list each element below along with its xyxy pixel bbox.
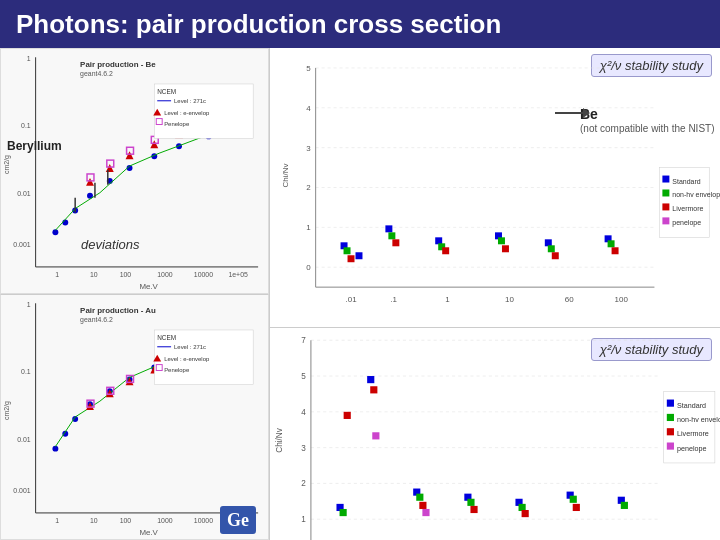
svg-text:10: 10: [90, 271, 98, 278]
svg-text:Standard: Standard: [672, 178, 700, 185]
svg-rect-182: [667, 428, 674, 435]
svg-text:100: 100: [615, 295, 629, 304]
svg-text:Me.V: Me.V: [139, 528, 158, 537]
svg-text:100: 100: [120, 271, 132, 278]
svg-text:non-hv envelop: non-hv envelop: [677, 416, 720, 424]
svg-text:4: 4: [306, 104, 311, 113]
svg-text:.1: .1: [390, 295, 397, 304]
svg-text:1: 1: [301, 515, 306, 524]
stability-chart-au: 7 5 4 3 2 1 .1 1 z 60 100 Chi/Nv: [270, 328, 720, 540]
svg-text:0.001: 0.001: [13, 241, 30, 248]
svg-text:1: 1: [27, 301, 31, 308]
label-deviations: deviations: [81, 237, 140, 252]
svg-text:penelope: penelope: [677, 445, 706, 453]
svg-rect-165: [467, 499, 474, 506]
svg-text:0.001: 0.001: [13, 487, 30, 494]
svg-text:5: 5: [306, 64, 311, 73]
svg-text:1: 1: [55, 271, 59, 278]
svg-rect-168: [621, 502, 628, 509]
svg-rect-184: [667, 442, 674, 449]
svg-rect-115: [344, 247, 351, 254]
svg-text:1e+05: 1e+05: [228, 271, 248, 278]
svg-text:3: 3: [306, 144, 311, 153]
svg-text:7: 7: [301, 336, 306, 345]
svg-text:10: 10: [505, 295, 514, 304]
right-panel: χ²/ν stability study Be (not compatible …: [270, 48, 720, 540]
svg-text:Pair production - Be: Pair production - Be: [80, 60, 156, 69]
svg-rect-174: [573, 504, 580, 511]
svg-rect-175: [372, 432, 379, 439]
svg-text:geant4.6.2: geant4.6.2: [80, 70, 113, 78]
svg-rect-164: [416, 494, 423, 501]
svg-rect-113: [545, 239, 552, 246]
label-beryllium: Beryllium: [7, 139, 62, 153]
svg-text:penelope: penelope: [672, 219, 701, 227]
svg-text:Level : 271c: Level : 271c: [174, 98, 206, 104]
svg-text:1: 1: [306, 223, 311, 232]
svg-rect-173: [522, 510, 529, 517]
svg-text:5: 5: [301, 372, 306, 381]
svg-rect-180: [667, 414, 674, 421]
svg-rect-170: [370, 386, 377, 393]
svg-text:Me.V: Me.V: [139, 282, 158, 291]
svg-text:0.1: 0.1: [21, 122, 31, 129]
svg-text:Level : e-envelop: Level : e-envelop: [164, 110, 210, 116]
svg-marker-187: [583, 108, 590, 118]
svg-text:Standard: Standard: [677, 402, 706, 410]
svg-rect-124: [502, 245, 509, 252]
svg-rect-178: [667, 400, 674, 407]
svg-text:60: 60: [565, 295, 574, 304]
svg-text:Chi/Nv: Chi/Nv: [281, 164, 290, 188]
svg-text:.01: .01: [346, 295, 358, 304]
svg-rect-176: [422, 509, 429, 516]
svg-text:10000: 10000: [194, 517, 213, 524]
svg-rect-167: [570, 496, 577, 503]
svg-rect-157: [367, 376, 374, 383]
svg-text:geant4.6.2: geant4.6.2: [80, 316, 113, 324]
svg-text:0.01: 0.01: [17, 436, 31, 443]
svg-text:Level : 271c: Level : 271c: [174, 344, 206, 350]
svg-text:100: 100: [120, 517, 132, 524]
svg-rect-116: [388, 232, 395, 239]
svg-rect-130: [662, 189, 669, 196]
svg-text:1000: 1000: [157, 271, 173, 278]
stability-chart-be: 5 4 3 2 1 0 .01 .1 1 10 60 100 Chi/Nv: [270, 48, 720, 328]
svg-text:3: 3: [301, 444, 306, 453]
svg-text:2: 2: [306, 183, 311, 192]
svg-text:10: 10: [90, 517, 98, 524]
svg-text:1000: 1000: [157, 517, 173, 524]
svg-text:non-hv envelop: non-hv envelop: [672, 191, 720, 199]
svg-text:10000: 10000: [194, 271, 213, 278]
plot-beryllium: 1 0.1 0.01 0.001 1 10 100 1000 10000 1e+…: [0, 48, 269, 294]
svg-rect-121: [348, 255, 355, 262]
left-panel: 1 0.1 0.01 0.001 1 10 100 1000 10000 1e+…: [0, 48, 270, 540]
svg-rect-132: [662, 203, 669, 210]
svg-text:0: 0: [306, 263, 311, 272]
svg-text:cm2/g: cm2/g: [3, 401, 11, 420]
svg-rect-166: [519, 504, 526, 511]
page-title: Photons: pair production cross section: [0, 0, 720, 48]
svg-rect-134: [662, 217, 669, 224]
svg-text:Penelope: Penelope: [164, 121, 190, 127]
svg-text:Pair production - Au: Pair production - Au: [80, 306, 156, 315]
svg-text:NCEM: NCEM: [157, 334, 176, 341]
svg-text:1: 1: [55, 517, 59, 524]
svg-text:Livermore: Livermore: [672, 205, 703, 212]
content-area: 1 0.1 0.01 0.001 1 10 100 1000 10000 1e+…: [0, 48, 720, 540]
svg-rect-171: [419, 502, 426, 509]
svg-rect-110: [385, 225, 392, 232]
svg-rect-118: [498, 237, 505, 244]
svg-text:1: 1: [445, 295, 450, 304]
svg-rect-122: [392, 239, 399, 246]
svg-rect-126: [612, 247, 619, 254]
svg-rect-120: [608, 240, 615, 247]
svg-text:NCEM: NCEM: [157, 88, 176, 95]
svg-text:2: 2: [301, 479, 306, 488]
svg-rect-172: [470, 506, 477, 513]
plot-gold: 1 0.1 0.01 0.001 1 10 100 1000 10000 1e+…: [0, 294, 269, 540]
svg-rect-163: [340, 509, 347, 516]
ge-button[interactable]: Ge: [220, 506, 256, 534]
svg-text:cm2/g: cm2/g: [3, 155, 11, 174]
svg-rect-123: [442, 247, 449, 254]
svg-rect-119: [548, 245, 555, 252]
